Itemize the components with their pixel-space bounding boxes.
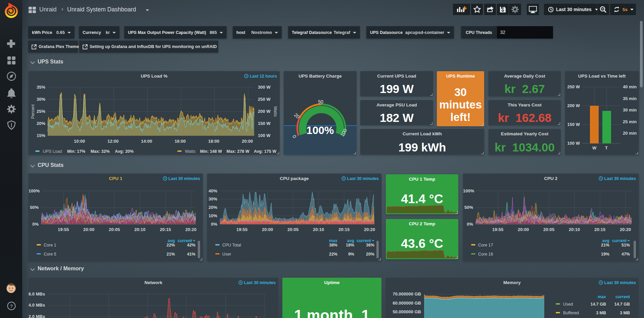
svg-text:50: 50: [318, 99, 323, 104]
svg-text:?: ?: [10, 303, 13, 309]
